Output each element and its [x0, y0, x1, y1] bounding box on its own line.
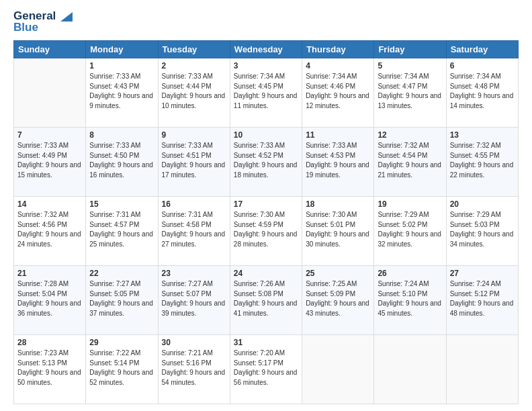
day-number: 7	[17, 130, 82, 140]
day-number: 28	[17, 338, 82, 347]
day-info: Sunrise: 7:27 AMSunset: 5:05 PMDaylight:…	[89, 279, 154, 318]
calendar-cell: 18 Sunrise: 7:30 AMSunset: 5:01 PMDaylig…	[302, 197, 374, 266]
day-info: Sunrise: 7:32 AMSunset: 4:55 PMDaylight:…	[450, 141, 515, 180]
day-number: 26	[378, 269, 442, 278]
day-info: Sunrise: 7:30 AMSunset: 4:59 PMDaylight:…	[234, 210, 298, 249]
calendar-week-row: 7 Sunrise: 7:33 AMSunset: 4:49 PMDayligh…	[14, 128, 519, 197]
day-info: Sunrise: 7:24 AMSunset: 5:12 PMDaylight:…	[450, 279, 515, 318]
calendar-cell: 11 Sunrise: 7:33 AMSunset: 4:53 PMDaylig…	[302, 128, 374, 197]
day-number: 30	[162, 338, 226, 347]
day-info: Sunrise: 7:32 AMSunset: 4:56 PMDaylight:…	[17, 210, 82, 249]
calendar-cell: 5 Sunrise: 7:34 AMSunset: 4:47 PMDayligh…	[374, 58, 446, 128]
day-number: 10	[234, 130, 298, 140]
calendar-cell: 27 Sunrise: 7:24 AMSunset: 5:12 PMDaylig…	[446, 266, 518, 335]
day-number: 9	[162, 130, 226, 140]
day-info: Sunrise: 7:33 AMSunset: 4:43 PMDaylight:…	[89, 72, 154, 111]
calendar-cell: 29 Sunrise: 7:22 AMSunset: 5:14 PMDaylig…	[86, 335, 158, 404]
day-number: 15	[89, 199, 154, 209]
day-info: Sunrise: 7:30 AMSunset: 5:01 PMDaylight:…	[306, 210, 370, 249]
day-info: Sunrise: 7:32 AMSunset: 4:54 PMDaylight:…	[378, 141, 442, 180]
calendar-cell: 4 Sunrise: 7:34 AMSunset: 4:46 PMDayligh…	[302, 58, 374, 128]
calendar-cell: 10 Sunrise: 7:33 AMSunset: 4:52 PMDaylig…	[230, 128, 302, 197]
day-info: Sunrise: 7:21 AMSunset: 5:16 PMDaylight:…	[162, 349, 226, 387]
calendar-cell	[374, 335, 446, 404]
day-info: Sunrise: 7:29 AMSunset: 5:02 PMDaylight:…	[378, 210, 442, 249]
calendar-cell: 21 Sunrise: 7:28 AMSunset: 5:04 PMDaylig…	[14, 266, 86, 335]
weekday-header: Monday	[86, 41, 158, 58]
day-number: 16	[162, 199, 226, 209]
weekday-header: Saturday	[446, 41, 518, 58]
day-info: Sunrise: 7:33 AMSunset: 4:53 PMDaylight:…	[306, 141, 370, 180]
calendar-cell: 15 Sunrise: 7:31 AMSunset: 4:57 PMDaylig…	[86, 197, 158, 266]
calendar-cell: 25 Sunrise: 7:25 AMSunset: 5:09 PMDaylig…	[302, 266, 374, 335]
calendar-cell: 3 Sunrise: 7:34 AMSunset: 4:45 PMDayligh…	[230, 58, 302, 128]
calendar-cell: 16 Sunrise: 7:31 AMSunset: 4:58 PMDaylig…	[158, 197, 230, 266]
weekday-header: Wednesday	[230, 41, 302, 58]
day-number: 31	[234, 338, 298, 347]
day-info: Sunrise: 7:28 AMSunset: 5:04 PMDaylight:…	[17, 279, 82, 318]
calendar-cell: 26 Sunrise: 7:24 AMSunset: 5:10 PMDaylig…	[374, 266, 446, 335]
day-number: 22	[89, 269, 154, 278]
calendar-cell: 8 Sunrise: 7:33 AMSunset: 4:50 PMDayligh…	[86, 128, 158, 197]
day-info: Sunrise: 7:34 AMSunset: 4:45 PMDaylight:…	[234, 72, 298, 111]
day-info: Sunrise: 7:31 AMSunset: 4:57 PMDaylight:…	[89, 210, 154, 249]
day-number: 11	[306, 130, 370, 140]
calendar-cell: 30 Sunrise: 7:21 AMSunset: 5:16 PMDaylig…	[158, 335, 230, 404]
calendar-table: SundayMondayTuesdayWednesdayThursdayFrid…	[13, 40, 519, 404]
calendar-cell: 20 Sunrise: 7:29 AMSunset: 5:03 PMDaylig…	[446, 197, 518, 266]
day-number: 6	[450, 61, 515, 71]
svg-marker-0	[60, 12, 73, 21]
day-number: 19	[378, 199, 442, 209]
day-number: 24	[234, 269, 298, 278]
calendar-cell: 7 Sunrise: 7:33 AMSunset: 4:49 PMDayligh…	[14, 128, 86, 197]
calendar-cell: 19 Sunrise: 7:29 AMSunset: 5:02 PMDaylig…	[374, 197, 446, 266]
day-number: 14	[17, 199, 82, 209]
day-number: 20	[450, 199, 515, 209]
day-info: Sunrise: 7:22 AMSunset: 5:14 PMDaylight:…	[89, 349, 154, 387]
calendar-cell	[446, 335, 518, 404]
header: General Blue	[13, 10, 519, 34]
calendar-cell: 12 Sunrise: 7:32 AMSunset: 4:54 PMDaylig…	[374, 128, 446, 197]
day-info: Sunrise: 7:27 AMSunset: 5:07 PMDaylight:…	[162, 279, 226, 318]
day-number: 27	[450, 269, 515, 278]
day-number: 13	[450, 130, 515, 140]
day-number: 17	[234, 199, 298, 209]
calendar-cell: 1 Sunrise: 7:33 AMSunset: 4:43 PMDayligh…	[86, 58, 158, 128]
day-number: 21	[17, 269, 82, 278]
day-number: 23	[162, 269, 226, 278]
calendar-cell: 31 Sunrise: 7:20 AMSunset: 5:17 PMDaylig…	[230, 335, 302, 404]
day-number: 25	[306, 269, 370, 278]
calendar-cell: 28 Sunrise: 7:23 AMSunset: 5:13 PMDaylig…	[14, 335, 86, 404]
calendar-cell	[302, 335, 374, 404]
weekday-header: Sunday	[14, 41, 86, 58]
calendar-week-row: 28 Sunrise: 7:23 AMSunset: 5:13 PMDaylig…	[14, 335, 519, 404]
day-number: 12	[378, 130, 442, 140]
calendar-cell: 9 Sunrise: 7:33 AMSunset: 4:51 PMDayligh…	[158, 128, 230, 197]
day-info: Sunrise: 7:33 AMSunset: 4:50 PMDaylight:…	[89, 141, 154, 180]
page: General Blue SundayMondayTuesdayWednesda…	[0, 0, 532, 411]
calendar-week-row: 1 Sunrise: 7:33 AMSunset: 4:43 PMDayligh…	[14, 58, 519, 128]
day-number: 2	[162, 61, 226, 71]
day-number: 18	[306, 199, 370, 209]
calendar-cell: 23 Sunrise: 7:27 AMSunset: 5:07 PMDaylig…	[158, 266, 230, 335]
day-info: Sunrise: 7:33 AMSunset: 4:52 PMDaylight:…	[234, 141, 298, 180]
calendar-cell: 14 Sunrise: 7:32 AMSunset: 4:56 PMDaylig…	[14, 197, 86, 266]
calendar-cell: 2 Sunrise: 7:33 AMSunset: 4:44 PMDayligh…	[158, 58, 230, 128]
day-info: Sunrise: 7:34 AMSunset: 4:47 PMDaylight:…	[378, 72, 442, 111]
weekday-header: Thursday	[302, 41, 374, 58]
day-number: 4	[306, 61, 370, 71]
day-info: Sunrise: 7:26 AMSunset: 5:08 PMDaylight:…	[234, 279, 298, 318]
calendar-cell: 24 Sunrise: 7:26 AMSunset: 5:08 PMDaylig…	[230, 266, 302, 335]
day-info: Sunrise: 7:23 AMSunset: 5:13 PMDaylight:…	[17, 349, 82, 387]
calendar-cell	[14, 58, 86, 128]
day-info: Sunrise: 7:33 AMSunset: 4:51 PMDaylight:…	[162, 141, 226, 180]
day-info: Sunrise: 7:24 AMSunset: 5:10 PMDaylight:…	[378, 279, 442, 318]
calendar-week-row: 21 Sunrise: 7:28 AMSunset: 5:04 PMDaylig…	[14, 266, 519, 335]
day-number: 3	[234, 61, 298, 71]
calendar-cell: 6 Sunrise: 7:34 AMSunset: 4:48 PMDayligh…	[446, 58, 518, 128]
calendar-cell: 22 Sunrise: 7:27 AMSunset: 5:05 PMDaylig…	[86, 266, 158, 335]
day-info: Sunrise: 7:34 AMSunset: 4:46 PMDaylight:…	[306, 72, 370, 111]
weekday-header: Friday	[374, 41, 446, 58]
calendar-cell: 13 Sunrise: 7:32 AMSunset: 4:55 PMDaylig…	[446, 128, 518, 197]
day-info: Sunrise: 7:20 AMSunset: 5:17 PMDaylight:…	[234, 349, 298, 387]
